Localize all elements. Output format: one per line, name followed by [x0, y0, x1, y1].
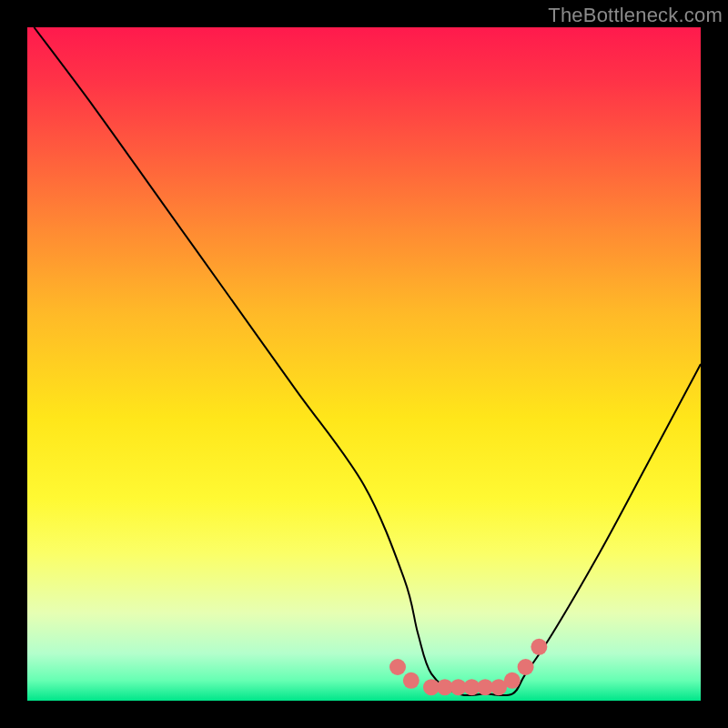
plot-area	[27, 27, 701, 701]
highlight-dot	[504, 672, 521, 689]
highlight-dot	[403, 672, 420, 689]
chart-frame: TheBottleneck.com	[0, 0, 728, 728]
watermark-text: TheBottleneck.com	[548, 4, 723, 27]
highlight-dot	[531, 639, 547, 655]
curve-svg	[27, 27, 701, 701]
bottleneck-curve	[34, 27, 701, 695]
highlight-dot	[518, 659, 534, 675]
highlight-dots	[389, 639, 547, 695]
highlight-dot	[389, 659, 406, 675]
